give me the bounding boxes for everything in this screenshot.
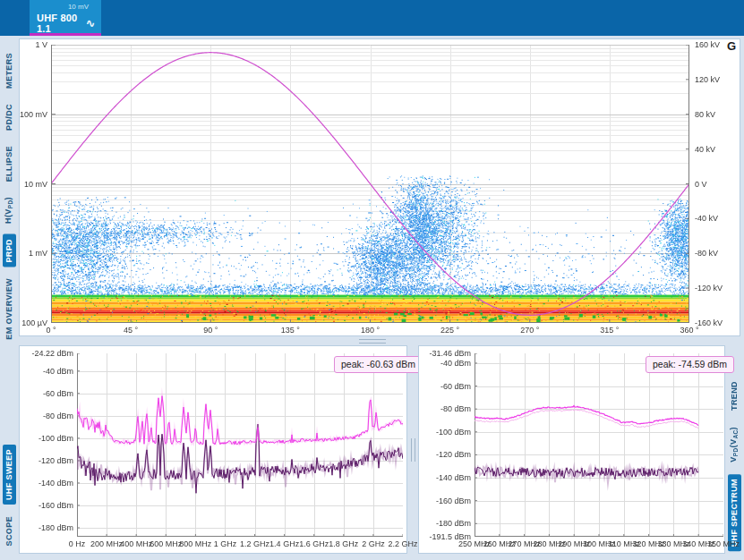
splitter-grip (359, 339, 386, 344)
horizontal-splitter[interactable] (0, 337, 744, 345)
uhf-sweep-chart[interactable] (77, 353, 403, 537)
tab-trend[interactable]: TREND (728, 377, 741, 415)
splitter-grip (411, 438, 415, 462)
tab-system-overview[interactable]: SYSTEM OVERVIEW (3, 274, 16, 340)
spectrum-peak-value: peak: -74.59 dBm (653, 359, 727, 369)
tab-prpd[interactable]: PRPD (3, 234, 16, 267)
sweep-side-tabs: UHF SWEEPSCOPE (0, 345, 19, 556)
spectrum-side-tabs: TRENDVPD(VAC)UHF SPECTRUM (725, 345, 744, 556)
spectrum-peak-readout: peak: -74.59 dBm (646, 356, 734, 373)
tab-h-vpd[interactable]: H(VPD) (2, 192, 16, 228)
tab-uhf-sweep[interactable]: UHF SWEEP (3, 445, 16, 505)
tab-scope[interactable]: SCOPE (3, 512, 16, 551)
prpd-chart[interactable] (51, 45, 689, 323)
uhf-spectrum-chart[interactable] (475, 353, 723, 537)
device-tab-label: UHF 800 1.1 (37, 13, 86, 34)
tab-pd-dc[interactable]: PD/DC (3, 99, 16, 135)
sweep-peak-value: peak: -60.63 dBm (341, 359, 415, 369)
main-side-tabs: METERSPD/DCELLIPSEH(VPD)PRPDSYSTEM OVERV… (0, 43, 19, 340)
tab-uhf-spectrum[interactable]: UHF SPECTRUM (728, 474, 741, 551)
tab-ellipse[interactable]: ELLIPSE (3, 141, 16, 186)
top-bar: 10 mV UHF 800 1.1 ∿ (0, 0, 744, 36)
sine-wave-icon: ∿ (86, 17, 95, 30)
device-tab-uhf800[interactable]: 10 mV UHF 800 1.1 ∿ (30, 0, 101, 36)
vertical-splitter[interactable] (407, 345, 418, 554)
tab-vpd-vac[interactable]: VPD(VAC) (727, 422, 741, 467)
app-window: 10 mV UHF 800 1.1 ∿ METERSPD/DCELLIPSEH(… (0, 0, 744, 560)
generator-indicator: G (727, 39, 736, 53)
tab-meters[interactable]: METERS (3, 48, 16, 93)
range-value: 10 mV (30, 0, 101, 11)
